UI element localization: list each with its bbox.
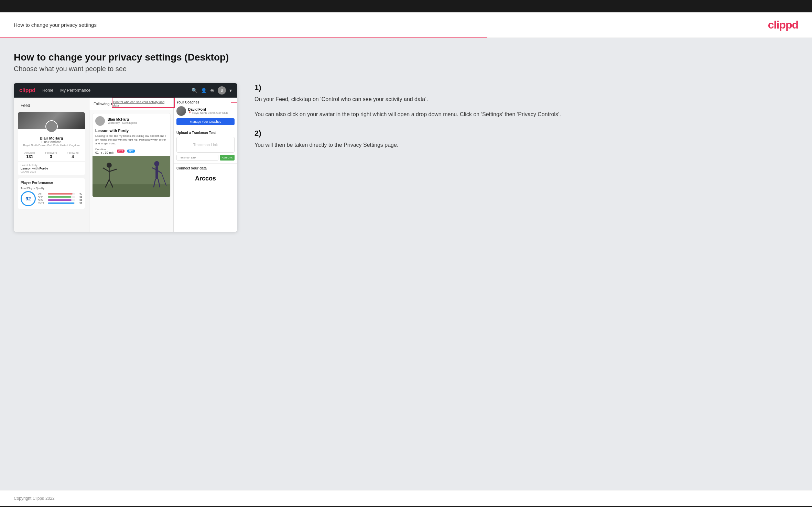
app-feed: Following ▾ Control who can see your act… — [89, 98, 174, 232]
svg-rect-1 — [93, 184, 170, 197]
two-col-layout: clippd Home My Performance 🔍 👤 ⊕ B ▾ — [14, 83, 798, 232]
bar-ott-label: OTT — [38, 192, 46, 195]
trackman-section: Upload a Trackman Test Trackman Link Add… — [174, 128, 237, 164]
profile-name: Blair McHarg — [18, 136, 85, 140]
quality-bars: OTT 90 APP 85 ARG — [38, 192, 82, 205]
page-title: How to change your privacy settings (Des… — [14, 52, 798, 63]
step1-text: On your Feed, click/tap on ‘Control who … — [255, 95, 795, 104]
coach-name: David Ford — [188, 108, 228, 111]
bar-ott: OTT 90 — [38, 192, 82, 195]
bar-ott-val: 90 — [77, 192, 82, 195]
logo: clippd — [768, 19, 798, 31]
trackman-placeholder: Trackman Link — [176, 137, 235, 153]
following-button[interactable]: Following ▾ — [94, 102, 113, 106]
quality-row: 92 OTT 90 APP 85 — [21, 191, 82, 206]
stat-activities: Activities 131 — [24, 151, 35, 159]
bar-putt-label: PUTT — [38, 202, 46, 204]
bar-app-track — [48, 196, 75, 198]
bar-ott-track — [48, 193, 75, 195]
step1-extra: You can also click on your avatar in the… — [255, 110, 795, 119]
profile-handicap: Plus Handicap — [18, 140, 85, 144]
post-description: Looking to feel like my hands are exitin… — [93, 134, 170, 148]
stat-activities-label: Activities — [24, 151, 35, 154]
post-author: Blair McHarg — [108, 118, 137, 121]
avatar[interactable]: B — [218, 86, 226, 95]
svg-rect-9 — [155, 166, 158, 179]
app-right-sidebar: Your Coaches David Ford 📍 Royal North De… — [174, 98, 237, 232]
latest-activity-label: Latest Activity — [21, 164, 82, 167]
bar-putt-track — [48, 202, 75, 204]
stat-followers-value: 3 — [45, 154, 57, 159]
manage-coaches-button[interactable]: Manage Your Coaches — [176, 118, 235, 125]
duration-label: Duration — [95, 148, 114, 151]
post-header: Blair McHarg Yesterday · Sunningdale — [93, 113, 170, 129]
step2-text: You will then be taken directly to the P… — [255, 141, 795, 150]
coach-club-name: Royal North Devon Golf Club — [192, 111, 228, 114]
trackman-title: Upload a Trackman Test — [176, 131, 235, 135]
profile-club: Royal North Devon Golf Club, United King… — [18, 144, 85, 147]
instruction-step1: 1) On your Feed, click/tap on ‘Control w… — [255, 83, 795, 119]
bar-app-label: APP — [38, 196, 46, 198]
nav-icons: 🔍 👤 ⊕ B ▾ — [192, 86, 232, 95]
search-icon[interactable]: 🔍 — [192, 88, 197, 93]
coaches-section: Your Coaches David Ford 📍 Royal North De… — [174, 98, 237, 128]
app-nav: clippd Home My Performance 🔍 👤 ⊕ B ▾ — [14, 83, 237, 98]
bar-putt-val: 96 — [77, 202, 82, 204]
stat-followers-label: Followers — [45, 151, 57, 154]
tag-app: APP — [127, 150, 135, 153]
add-link-button[interactable]: Add Link — [220, 155, 235, 161]
stat-following-label: Following — [67, 151, 79, 154]
connect-section: Connect your data Arccos — [174, 164, 237, 188]
main-content: How to change your privacy settings (Des… — [0, 38, 812, 490]
app-nav-logo: clippd — [19, 87, 35, 93]
stat-activities-value: 131 — [24, 154, 35, 159]
step1-number: 1) — [255, 83, 795, 92]
quality-label: Total Player Quality — [21, 187, 82, 190]
latest-activity-name: Lesson with Fordy — [21, 167, 82, 170]
nav-item-home[interactable]: Home — [42, 88, 53, 93]
header: How to change your privacy settings clip… — [0, 12, 812, 37]
bar-arg: ARG 86 — [38, 199, 82, 201]
page-heading: How to change your privacy settings (Des… — [14, 52, 798, 73]
app-sidebar: Feed Blair McHarg Plus Handicap Royal No… — [14, 98, 89, 232]
tag-ott: OTT — [117, 150, 124, 153]
svg-point-2 — [107, 163, 112, 168]
post-avatar — [95, 116, 105, 126]
control-link[interactable]: Control who can see your activity and da… — [113, 100, 169, 107]
bar-arg-track — [48, 199, 75, 201]
instruction-step2: 2) You will then be taken directly to th… — [255, 129, 795, 150]
profile-stats: Activities 131 Followers 3 Following 4 — [18, 149, 85, 161]
copyright: Copyright Clippd 2022 — [14, 496, 55, 501]
player-performance: Player Performance Total Player Quality … — [18, 178, 85, 209]
stat-following: Following 4 — [67, 151, 79, 159]
post-image — [93, 156, 170, 197]
app-screenshot: clippd Home My Performance 🔍 👤 ⊕ B ▾ — [14, 83, 237, 232]
bar-arg-label: ARG — [38, 199, 46, 201]
profile-banner — [18, 112, 85, 129]
feed-tab[interactable]: Feed — [18, 102, 85, 109]
bar-app: APP 85 — [38, 196, 82, 198]
duration-value: 01 hr : 30 min — [95, 151, 114, 154]
chevron-down-icon[interactable]: ▾ — [229, 88, 232, 93]
trackman-input-row: Add Link — [176, 155, 235, 161]
latest-activity-date: 03 Aug 2022 — [21, 170, 82, 173]
profile-avatar — [45, 120, 58, 133]
feed-post: Blair McHarg Yesterday · Sunningdale Les… — [92, 113, 171, 197]
coach-club: 📍 Royal North Devon Golf Club — [188, 111, 228, 114]
stat-followers: Followers 3 — [45, 151, 57, 159]
latest-activity: Latest Activity Lesson with Fordy 03 Aug… — [18, 161, 85, 175]
person-icon[interactable]: 👤 — [201, 88, 207, 93]
svg-point-8 — [154, 161, 159, 166]
plus-icon[interactable]: ⊕ — [210, 88, 214, 93]
bar-putt: PUTT 96 — [38, 202, 82, 204]
coaches-title: Your Coaches — [176, 100, 235, 104]
trackman-input[interactable] — [176, 155, 218, 161]
arccos-brand: Arccos — [176, 172, 235, 185]
instructions: 1) On your Feed, click/tap on ‘Control w… — [251, 83, 798, 160]
coach-row: David Ford 📍 Royal North Devon Golf Club — [176, 106, 235, 116]
location-icon: 📍 — [188, 111, 192, 114]
step2-number: 2) — [255, 129, 795, 138]
coach-avatar — [176, 106, 186, 116]
nav-item-performance[interactable]: My Performance — [60, 88, 90, 93]
post-title: Lesson with Fordy — [93, 129, 170, 134]
